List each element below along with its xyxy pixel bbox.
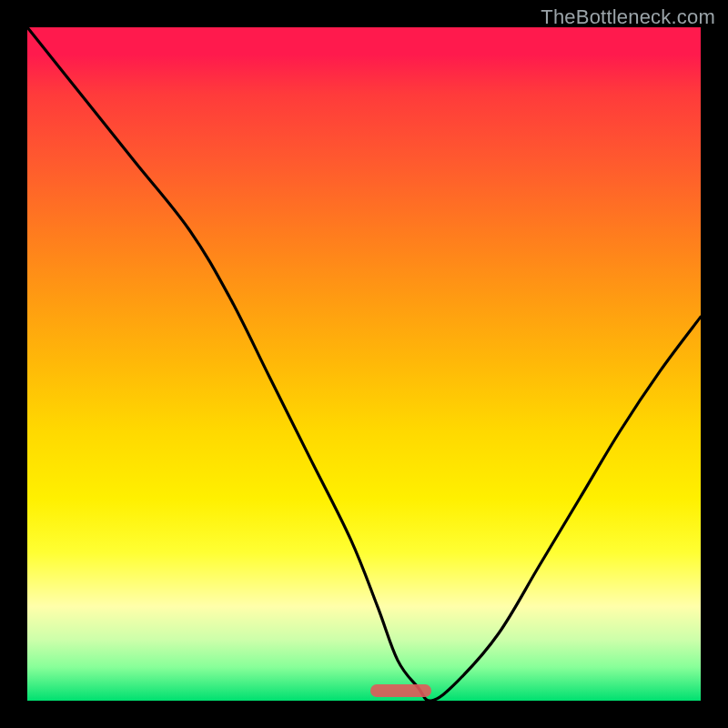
watermark-text: TheBottleneck.com: [541, 5, 715, 29]
plot-area: [27, 27, 701, 701]
curve-svg: [27, 27, 701, 701]
chart-frame: TheBottleneck.com: [0, 0, 728, 728]
bottleneck-curve: [27, 27, 701, 701]
optimal-marker: [370, 684, 431, 697]
